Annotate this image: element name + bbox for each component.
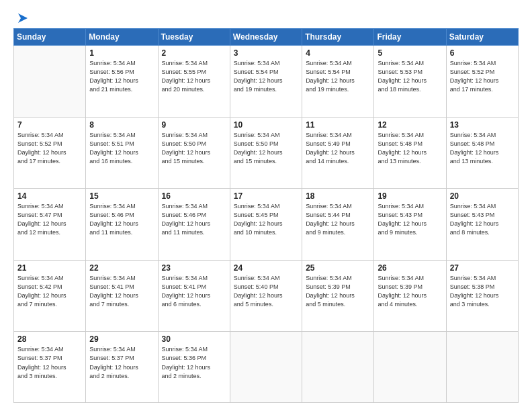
day-number: 29	[89, 334, 154, 344]
day-number: 9	[162, 120, 226, 130]
day-number: 20	[450, 191, 515, 201]
cell-info: Sunrise: 5:34 AM Sunset: 5:54 PM Dayligh…	[234, 59, 298, 94]
svg-marker-0	[18, 13, 28, 23]
cell-info: Sunrise: 5:34 AM Sunset: 5:45 PM Dayligh…	[234, 202, 298, 237]
day-number: 4	[306, 48, 370, 58]
day-number: 3	[234, 48, 298, 58]
calendar-cell: 2Sunrise: 5:34 AM Sunset: 5:55 PM Daylig…	[158, 46, 230, 118]
day-number: 13	[450, 120, 515, 130]
calendar-cell: 7Sunrise: 5:34 AM Sunset: 5:52 PM Daylig…	[14, 117, 86, 189]
day-number: 8	[89, 120, 154, 130]
weekday-header: Sunday	[14, 29, 86, 46]
calendar-cell: 18Sunrise: 5:34 AM Sunset: 5:44 PM Dayli…	[302, 189, 374, 261]
cell-info: Sunrise: 5:34 AM Sunset: 5:50 PM Dayligh…	[162, 131, 226, 166]
weekday-header: Thursday	[302, 29, 374, 46]
cell-info: Sunrise: 5:34 AM Sunset: 5:41 PM Dayligh…	[89, 274, 154, 309]
weekday-header: Friday	[374, 29, 446, 46]
calendar-cell: 10Sunrise: 5:34 AM Sunset: 5:50 PM Dayli…	[230, 117, 302, 189]
cell-info: Sunrise: 5:34 AM Sunset: 5:37 PM Dayligh…	[17, 345, 82, 380]
calendar-week-row: 28Sunrise: 5:34 AM Sunset: 5:37 PM Dayli…	[14, 332, 519, 403]
cell-info: Sunrise: 5:34 AM Sunset: 5:43 PM Dayligh…	[378, 202, 442, 237]
cell-info: Sunrise: 5:34 AM Sunset: 5:37 PM Dayligh…	[89, 345, 154, 380]
cell-info: Sunrise: 5:34 AM Sunset: 5:47 PM Dayligh…	[17, 202, 82, 237]
calendar-cell: 27Sunrise: 5:34 AM Sunset: 5:38 PM Dayli…	[446, 260, 518, 332]
header	[13, 12, 519, 21]
cell-info: Sunrise: 5:34 AM Sunset: 5:46 PM Dayligh…	[162, 202, 226, 237]
cell-info: Sunrise: 5:34 AM Sunset: 5:48 PM Dayligh…	[450, 131, 515, 166]
day-number: 15	[89, 191, 154, 201]
weekday-header: Tuesday	[158, 29, 230, 46]
calendar-cell: 26Sunrise: 5:34 AM Sunset: 5:39 PM Dayli…	[374, 260, 446, 332]
cell-info: Sunrise: 5:34 AM Sunset: 5:40 PM Dayligh…	[234, 274, 298, 309]
calendar-cell: 28Sunrise: 5:34 AM Sunset: 5:37 PM Dayli…	[14, 332, 86, 403]
calendar-cell	[302, 332, 374, 403]
day-number: 5	[378, 48, 442, 58]
calendar-week-row: 21Sunrise: 5:34 AM Sunset: 5:42 PM Dayli…	[14, 260, 519, 332]
day-number: 1	[89, 48, 154, 58]
cell-info: Sunrise: 5:34 AM Sunset: 5:48 PM Dayligh…	[378, 131, 442, 166]
weekday-header: Wednesday	[230, 29, 302, 46]
calendar-cell	[230, 332, 302, 403]
cell-info: Sunrise: 5:34 AM Sunset: 5:52 PM Dayligh…	[450, 59, 515, 94]
day-number: 17	[234, 191, 298, 201]
day-number: 11	[306, 120, 370, 130]
cell-info: Sunrise: 5:34 AM Sunset: 5:36 PM Dayligh…	[162, 345, 226, 380]
cell-info: Sunrise: 5:34 AM Sunset: 5:49 PM Dayligh…	[306, 131, 370, 166]
calendar-cell: 30Sunrise: 5:34 AM Sunset: 5:36 PM Dayli…	[158, 332, 230, 403]
calendar-cell: 16Sunrise: 5:34 AM Sunset: 5:46 PM Dayli…	[158, 189, 230, 261]
day-number: 10	[234, 120, 298, 130]
day-number: 14	[17, 191, 82, 201]
day-number: 2	[162, 48, 226, 58]
calendar-cell: 11Sunrise: 5:34 AM Sunset: 5:49 PM Dayli…	[302, 117, 374, 189]
calendar-cell: 5Sunrise: 5:34 AM Sunset: 5:53 PM Daylig…	[374, 46, 446, 118]
day-number: 18	[306, 191, 370, 201]
cell-info: Sunrise: 5:34 AM Sunset: 5:43 PM Dayligh…	[450, 202, 515, 237]
weekday-header: Saturday	[446, 29, 518, 46]
cell-info: Sunrise: 5:34 AM Sunset: 5:51 PM Dayligh…	[89, 131, 154, 166]
day-number: 12	[378, 120, 442, 130]
day-number: 30	[162, 334, 226, 344]
day-number: 22	[89, 263, 154, 273]
day-number: 21	[17, 263, 82, 273]
day-number: 16	[162, 191, 226, 201]
calendar-cell: 9Sunrise: 5:34 AM Sunset: 5:50 PM Daylig…	[158, 117, 230, 189]
calendar-cell: 14Sunrise: 5:34 AM Sunset: 5:47 PM Dayli…	[14, 189, 86, 261]
day-number: 7	[17, 120, 82, 130]
calendar-table: SundayMondayTuesdayWednesdayThursdayFrid…	[13, 28, 519, 403]
calendar-cell: 23Sunrise: 5:34 AM Sunset: 5:41 PM Dayli…	[158, 260, 230, 332]
calendar-cell: 29Sunrise: 5:34 AM Sunset: 5:37 PM Dayli…	[86, 332, 158, 403]
calendar-cell: 21Sunrise: 5:34 AM Sunset: 5:42 PM Dayli…	[14, 260, 86, 332]
calendar-cell: 20Sunrise: 5:34 AM Sunset: 5:43 PM Dayli…	[446, 189, 518, 261]
page: SundayMondayTuesdayWednesdayThursdayFrid…	[0, 0, 532, 411]
cell-info: Sunrise: 5:34 AM Sunset: 5:39 PM Dayligh…	[378, 274, 442, 309]
calendar-cell: 13Sunrise: 5:34 AM Sunset: 5:48 PM Dayli…	[446, 117, 518, 189]
calendar-cell	[374, 332, 446, 403]
calendar-cell: 12Sunrise: 5:34 AM Sunset: 5:48 PM Dayli…	[374, 117, 446, 189]
cell-info: Sunrise: 5:34 AM Sunset: 5:46 PM Dayligh…	[89, 202, 154, 237]
calendar-cell: 8Sunrise: 5:34 AM Sunset: 5:51 PM Daylig…	[86, 117, 158, 189]
logo-icon	[14, 12, 29, 24]
calendar-cell: 22Sunrise: 5:34 AM Sunset: 5:41 PM Dayli…	[86, 260, 158, 332]
calendar-cell: 6Sunrise: 5:34 AM Sunset: 5:52 PM Daylig…	[446, 46, 518, 118]
cell-info: Sunrise: 5:34 AM Sunset: 5:44 PM Dayligh…	[306, 202, 370, 237]
calendar-cell	[14, 46, 86, 118]
day-number: 25	[306, 263, 370, 273]
weekday-header: Monday	[86, 29, 158, 46]
calendar-cell: 24Sunrise: 5:34 AM Sunset: 5:40 PM Dayli…	[230, 260, 302, 332]
cell-info: Sunrise: 5:34 AM Sunset: 5:38 PM Dayligh…	[450, 274, 515, 309]
calendar-header-row: SundayMondayTuesdayWednesdayThursdayFrid…	[14, 29, 519, 46]
cell-info: Sunrise: 5:34 AM Sunset: 5:52 PM Dayligh…	[17, 131, 82, 166]
calendar-cell: 4Sunrise: 5:34 AM Sunset: 5:54 PM Daylig…	[302, 46, 374, 118]
calendar-week-row: 1Sunrise: 5:34 AM Sunset: 5:56 PM Daylig…	[14, 46, 519, 118]
cell-info: Sunrise: 5:34 AM Sunset: 5:54 PM Dayligh…	[306, 59, 370, 94]
calendar-week-row: 14Sunrise: 5:34 AM Sunset: 5:47 PM Dayli…	[14, 189, 519, 261]
day-number: 26	[378, 263, 442, 273]
calendar-cell: 3Sunrise: 5:34 AM Sunset: 5:54 PM Daylig…	[230, 46, 302, 118]
cell-info: Sunrise: 5:34 AM Sunset: 5:55 PM Dayligh…	[162, 59, 226, 94]
day-number: 28	[17, 334, 82, 344]
cell-info: Sunrise: 5:34 AM Sunset: 5:41 PM Dayligh…	[162, 274, 226, 309]
calendar-cell: 19Sunrise: 5:34 AM Sunset: 5:43 PM Dayli…	[374, 189, 446, 261]
day-number: 24	[234, 263, 298, 273]
cell-info: Sunrise: 5:34 AM Sunset: 5:53 PM Dayligh…	[378, 59, 442, 94]
cell-info: Sunrise: 5:34 AM Sunset: 5:50 PM Dayligh…	[234, 131, 298, 166]
